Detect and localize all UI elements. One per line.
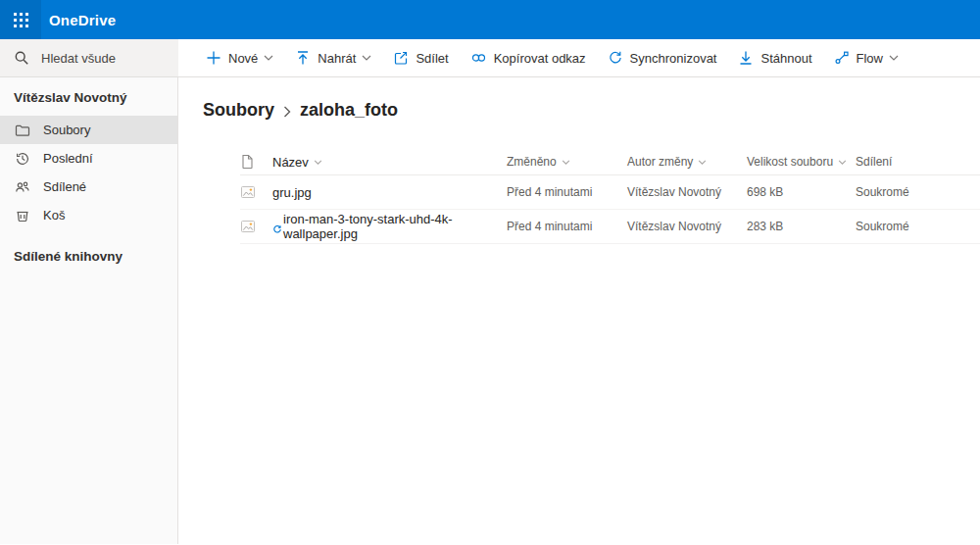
sidebar-item-label: Poslední xyxy=(43,151,93,166)
plus-icon xyxy=(206,50,221,66)
sidebar-item-shared[interactable]: Sdílené xyxy=(0,173,177,201)
file-name[interactable]: iron-man-3-tony-stark-uhd-4k-wallpaper.j… xyxy=(283,212,507,241)
people-icon xyxy=(15,179,30,195)
toolbar: Nové Nahrát Sdílet Kopírovat odkaz xyxy=(178,39,980,76)
column-header-file-size[interactable]: Velikost souboru xyxy=(747,155,856,169)
sync-button-label: Synchronizovat xyxy=(630,51,717,66)
search-placeholder: Hledat všude xyxy=(41,51,116,66)
file-name[interactable]: gru.jpg xyxy=(272,185,312,200)
sidebar-item-label: Sdílené xyxy=(43,179,86,194)
share-button[interactable]: Sdílet xyxy=(382,39,459,76)
upload-button[interactable]: Nahrát xyxy=(284,39,382,76)
flow-button-label: Flow xyxy=(857,51,883,66)
file-size: 283 kB xyxy=(747,220,856,233)
upload-button-label: Nahrát xyxy=(318,51,356,66)
file-sharing-status: Soukromé xyxy=(856,185,980,199)
sync-icon xyxy=(608,50,623,66)
image-file-icon xyxy=(240,219,256,234)
file-sharing-status: Soukromé xyxy=(856,220,980,233)
shared-libraries-header: Sdílené knihovny xyxy=(0,229,177,264)
chevron-down-icon xyxy=(838,160,847,165)
sidebar-item-label: Koš xyxy=(43,208,65,223)
sidebar: Vítězslav Novotný Soubory Poslední xyxy=(0,77,178,544)
link-icon xyxy=(470,50,487,66)
file-modified-by: Vítězslav Novotný xyxy=(627,220,747,233)
app-launcher-button[interactable] xyxy=(0,0,41,39)
top-app-bar: OneDrive xyxy=(0,0,980,39)
file-modified: Před 4 minutami xyxy=(507,185,627,199)
chevron-down-icon xyxy=(562,160,570,165)
folder-icon xyxy=(15,123,30,138)
sidebar-item-recent[interactable]: Poslední xyxy=(0,144,177,173)
chevron-right-icon xyxy=(283,106,291,118)
content-area: Soubory zaloha_foto Název xyxy=(178,77,980,544)
column-header-modified[interactable]: Změněno xyxy=(507,155,627,169)
sidebar-item-label: Soubory xyxy=(43,123,90,137)
image-file-icon xyxy=(240,184,256,200)
sync-status-icon xyxy=(272,224,282,234)
breadcrumb-files[interactable]: Soubory xyxy=(203,100,274,121)
share-icon xyxy=(393,50,409,66)
download-button-label: Stáhnout xyxy=(760,51,811,66)
command-row: Hledat všude Nové Nahrát Sdílet xyxy=(0,39,980,77)
waffle-icon xyxy=(14,13,28,27)
new-button[interactable]: Nové xyxy=(195,39,284,76)
search-icon xyxy=(14,50,29,66)
chevron-down-icon xyxy=(889,55,899,61)
sync-button[interactable]: Synchronizovat xyxy=(597,39,728,76)
file-modified: Před 4 minutami xyxy=(507,220,627,233)
download-icon xyxy=(738,50,754,66)
document-icon xyxy=(240,154,255,170)
sidebar-item-files[interactable]: Soubory xyxy=(0,116,177,144)
file-modified-by: Vítězslav Novotný xyxy=(627,185,747,199)
file-list: Název Změněno Autor změny xyxy=(240,149,980,244)
chevron-down-icon xyxy=(264,55,273,61)
column-header-name[interactable]: Název xyxy=(272,155,322,170)
download-button[interactable]: Stáhnout xyxy=(727,39,822,76)
column-header-sharing[interactable]: Sdílení xyxy=(856,155,980,169)
copy-link-button[interactable]: Kopírovat odkaz xyxy=(460,39,597,76)
share-button-label: Sdílet xyxy=(416,51,448,66)
recycle-bin-icon xyxy=(15,208,30,223)
file-size: 698 kB xyxy=(747,185,856,199)
breadcrumb-current-folder[interactable]: zaloha_foto xyxy=(300,100,398,121)
chevron-down-icon xyxy=(314,160,322,165)
sidebar-item-recycle-bin[interactable]: Koš xyxy=(0,201,177,229)
upload-icon xyxy=(295,50,311,66)
flow-icon xyxy=(834,50,850,66)
chevron-down-icon xyxy=(362,55,371,61)
chevron-down-icon xyxy=(698,160,707,165)
copy-link-button-label: Kopírovat odkaz xyxy=(494,51,586,66)
table-row[interactable]: iron-man-3-tony-stark-uhd-4k-wallpaper.j… xyxy=(240,210,980,244)
breadcrumb: Soubory zaloha_foto xyxy=(203,100,980,121)
flow-button[interactable]: Flow xyxy=(823,39,909,76)
app-title: OneDrive xyxy=(49,12,116,28)
search-input[interactable]: Hledat všude xyxy=(0,39,178,76)
history-icon xyxy=(15,151,30,167)
file-list-header: Název Změněno Autor změny xyxy=(240,149,980,175)
new-button-label: Nové xyxy=(228,51,258,66)
account-name: Vítězslav Novotný xyxy=(0,77,177,116)
table-row[interactable]: gru.jpg Před 4 minutami Vítězslav Novotn… xyxy=(240,175,980,210)
column-header-modified-by[interactable]: Autor změny xyxy=(627,155,747,169)
